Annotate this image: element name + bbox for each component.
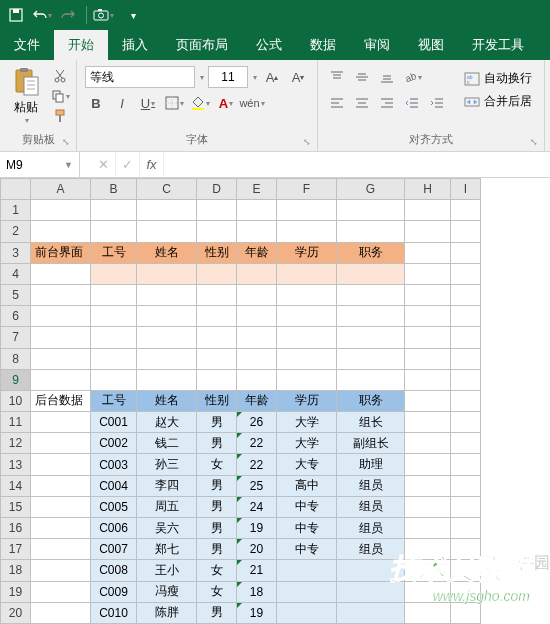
alignment-launcher-icon[interactable]: ⤡ (530, 137, 538, 147)
ribbon-tabs: 文件 开始 插入 页面布局 公式 数据 审阅 视图 开发工具 (0, 30, 550, 60)
col-header[interactable]: C (137, 179, 197, 200)
underline-button[interactable]: U▾ (137, 92, 159, 114)
row-header[interactable]: 1 (1, 200, 31, 221)
increase-font-button[interactable]: A▴ (261, 66, 283, 88)
qat-customize-icon[interactable]: ▾ (121, 3, 145, 27)
font-size-select[interactable] (208, 66, 248, 88)
increase-indent-button[interactable] (426, 92, 448, 114)
align-top-button[interactable] (326, 66, 348, 88)
col-header[interactable]: E (237, 179, 277, 200)
paste-label: 粘贴 (14, 99, 38, 116)
fill-color-button[interactable]: ▾ (189, 92, 211, 114)
camera-icon[interactable]: ▾ (91, 3, 115, 27)
undo-icon[interactable]: ▾ (30, 3, 54, 27)
row-header[interactable]: 3 (1, 242, 31, 263)
align-bottom-button[interactable] (376, 66, 398, 88)
section-label[interactable]: 前台界面 (31, 242, 91, 263)
font-color-button[interactable]: A▾ (215, 92, 237, 114)
svg-point-3 (98, 13, 103, 18)
row-header[interactable]: 17 (1, 539, 31, 560)
italic-button[interactable]: I (111, 92, 133, 114)
formula-input[interactable] (164, 152, 550, 177)
align-right-button[interactable] (376, 92, 398, 114)
chevron-down-icon[interactable]: ▾ (200, 73, 204, 82)
alignment-label: 对齐方式⤡ (324, 130, 538, 149)
row-header[interactable]: 8 (1, 348, 31, 369)
merge-icon (464, 95, 480, 109)
align-middle-button[interactable] (351, 66, 373, 88)
svg-point-12 (61, 78, 65, 82)
col-header[interactable]: B (91, 179, 137, 200)
row-header[interactable]: 9 (1, 369, 31, 390)
bold-button[interactable]: B (85, 92, 107, 114)
row-header[interactable]: 13 (1, 454, 31, 475)
col-header[interactable]: H (405, 179, 451, 200)
row-header[interactable]: 7 (1, 327, 31, 348)
select-all-corner[interactable] (1, 179, 31, 200)
col-header[interactable]: G (337, 179, 405, 200)
chevron-down-icon[interactable]: ▼ (64, 160, 73, 170)
clipboard-launcher-icon[interactable]: ⤡ (62, 137, 70, 147)
svg-text:ab: ab (403, 70, 416, 84)
row-header[interactable]: 14 (1, 475, 31, 496)
row-header[interactable]: 20 (1, 602, 31, 623)
tab-data[interactable]: 数据 (296, 30, 350, 60)
format-painter-button[interactable] (50, 107, 70, 125)
row-header[interactable]: 5 (1, 284, 31, 305)
tab-view[interactable]: 视图 (404, 30, 458, 60)
tab-developer[interactable]: 开发工具 (458, 30, 538, 60)
font-name-select[interactable] (85, 66, 195, 88)
tab-file[interactable]: 文件 (0, 30, 54, 60)
col-header[interactable]: A (31, 179, 91, 200)
row-header[interactable]: 18 (1, 560, 31, 581)
svg-rect-17 (56, 110, 64, 115)
row-header[interactable]: 11 (1, 412, 31, 433)
tab-insert[interactable]: 插入 (108, 30, 162, 60)
chevron-down-icon[interactable]: ▾ (253, 73, 257, 82)
tab-review[interactable]: 审阅 (350, 30, 404, 60)
row-header[interactable]: 4 (1, 263, 31, 284)
row-header[interactable]: 15 (1, 496, 31, 517)
quick-access-toolbar: ▾ ▾ ▾ (0, 0, 550, 30)
name-box[interactable]: M9▼ (0, 152, 80, 177)
tab-home[interactable]: 开始 (54, 30, 108, 60)
align-center-button[interactable] (351, 92, 373, 114)
spreadsheet-grid[interactable]: A B C D E F G H I 1 2 3前台界面工号姓名性别年龄学历职务 … (0, 178, 550, 624)
merge-center-button[interactable]: 合并后居 (458, 91, 538, 112)
row-header[interactable]: 2 (1, 221, 31, 242)
row-header[interactable]: 10 (1, 390, 31, 411)
tab-layout[interactable]: 页面布局 (162, 30, 242, 60)
section-label[interactable]: 后台数据 (31, 390, 91, 411)
col-header[interactable]: I (451, 179, 481, 200)
row-header[interactable]: 19 (1, 581, 31, 602)
row-header[interactable]: 16 (1, 518, 31, 539)
svg-rect-6 (20, 68, 28, 72)
paste-button[interactable]: 粘贴 ▾ (6, 65, 46, 127)
cancel-formula-icon[interactable]: ✕ (92, 152, 116, 177)
orientation-button[interactable]: ab▾ (401, 66, 423, 88)
wrap-icon: abc (464, 72, 480, 86)
phonetic-button[interactable]: wén▾ (241, 92, 263, 114)
fx-icon[interactable]: fx (140, 152, 164, 177)
col-header[interactable]: D (197, 179, 237, 200)
ribbon: 粘贴 ▾ ▾ 剪贴板⤡ ▾ ▾ A▴ A▾ B I (0, 60, 550, 152)
row-header[interactable]: 12 (1, 433, 31, 454)
decrease-font-button[interactable]: A▾ (287, 66, 309, 88)
save-icon[interactable] (4, 3, 28, 27)
copy-button[interactable]: ▾ (50, 87, 70, 105)
row-header[interactable]: 6 (1, 306, 31, 327)
col-header[interactable]: F (277, 179, 337, 200)
wrap-text-button[interactable]: abc自动换行 (458, 68, 538, 89)
enter-formula-icon[interactable]: ✓ (116, 152, 140, 177)
svg-rect-4 (98, 9, 102, 11)
clipboard-label: 剪贴板⤡ (6, 130, 70, 149)
qat-separator (86, 6, 87, 24)
svg-rect-18 (59, 115, 61, 122)
border-button[interactable]: ▾ (163, 92, 185, 114)
tab-formulas[interactable]: 公式 (242, 30, 296, 60)
redo-icon[interactable] (56, 3, 80, 27)
align-left-button[interactable] (326, 92, 348, 114)
decrease-indent-button[interactable] (401, 92, 423, 114)
font-launcher-icon[interactable]: ⤡ (303, 137, 311, 147)
cut-button[interactable] (50, 67, 70, 85)
